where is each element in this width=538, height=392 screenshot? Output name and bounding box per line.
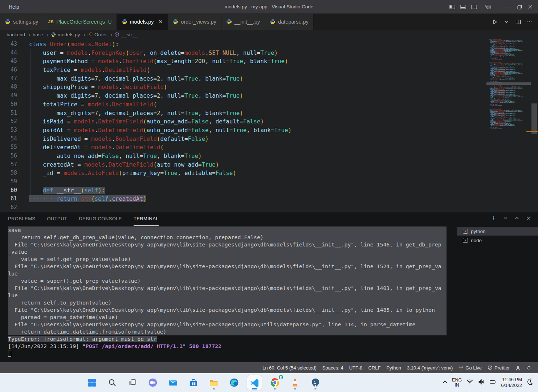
tray-hidden-icons-button[interactable] — [443, 379, 448, 386]
overview-ruler-marker — [526, 131, 538, 132]
status-cursor-position[interactable]: Ln 60, Col 5 (54 selected) — [260, 362, 319, 373]
breadcrumb-label: base — [33, 32, 43, 37]
code-line: 47 max_digits=7, decimal_places=2, null=… — [0, 74, 486, 83]
status-notifications-bell[interactable] — [523, 362, 534, 373]
tray-volume-button[interactable] — [478, 378, 485, 387]
terminal-list-item-node[interactable]: ›node — [457, 236, 538, 245]
breadcrumb-item-backend[interactable]: backend — [7, 32, 25, 37]
status-label: Python — [386, 365, 401, 371]
terminal-cursor — [8, 351, 11, 357]
tray-clock[interactable]: 11:46 PM6/14/2022 — [501, 377, 522, 388]
code-line: 43class Order(models.Model): — [0, 40, 486, 49]
tray-battery-button[interactable] — [489, 378, 497, 387]
status-language-mode[interactable]: Python — [383, 362, 404, 373]
more-icon: ··· — [527, 19, 533, 25]
terminal-icon: › — [463, 229, 468, 234]
tab--init-py[interactable]: __init__.py — [221, 14, 265, 30]
file-explorer-icon — [209, 378, 219, 387]
code-editor[interactable]: 43class Order(models.Model):44 user = mo… — [0, 39, 538, 212]
tab-label: order_views.py — [181, 19, 216, 25]
line-number: 54 — [0, 135, 17, 143]
status-label: Spaces: 4 — [322, 365, 343, 371]
mail-icon — [168, 378, 178, 387]
running-app-indicator — [314, 388, 317, 389]
code-line: 57 createdAt = models.DateTimeField(auto… — [0, 160, 486, 169]
line-number: 53 — [0, 126, 17, 135]
status-eol-sequence[interactable]: CRLF — [365, 362, 383, 373]
more-actions-button[interactable]: ··· — [525, 16, 534, 27]
taskbar-start[interactable] — [85, 375, 99, 390]
taskbar-mail[interactable] — [166, 375, 180, 390]
layout-sidebar-right-button[interactable] — [469, 0, 480, 14]
panel-tab-output[interactable]: OUTPUT — [47, 212, 67, 226]
breadcrumb-item-order[interactable]: Order — [87, 32, 107, 37]
tray-chevron-up-icon — [443, 379, 448, 384]
panel-tab-debug-console[interactable]: DEBUG CONSOLE — [79, 212, 122, 226]
terminal-line: File "C:\Users\kalya\OneDrive\Desktop\my… — [8, 306, 447, 314]
terminal-line: return datetime.datetime.fromisoformat(v… — [8, 328, 447, 335]
tab-label: dateparse.py — [278, 19, 309, 25]
line-number: 49 — [0, 91, 17, 100]
taskbar-edge[interactable] — [227, 375, 241, 390]
tray-focus-assist-moon-button[interactable] — [526, 378, 534, 387]
tray-language-indicator[interactable]: ENGIN — [452, 377, 462, 388]
tab-settings-py[interactable]: settings.py — [0, 14, 43, 30]
code-line: 45 paymentMethod = models.CharField(max_… — [0, 57, 486, 66]
taskbar-task-view[interactable] — [125, 375, 140, 390]
menu-help[interactable]: Help — [7, 0, 21, 14]
terminal-line: value = super().get_prep_value(value) — [8, 277, 447, 285]
restore-button[interactable] — [514, 0, 525, 14]
tab-models-py[interactable]: models.py✕ — [117, 14, 168, 30]
layout-panel-button[interactable] — [458, 0, 469, 14]
layout-sidebar-left-button[interactable] — [447, 0, 458, 14]
tab-close-icon[interactable]: ✕ — [159, 19, 163, 24]
panel-tab-bar: PROBLEMSOUTPUTDEBUG CONSOLETERMINAL — [8, 212, 170, 226]
terminal-list-item-python[interactable]: ›python — [457, 227, 538, 236]
status-prettier[interactable]: Prettier — [485, 362, 513, 373]
minimize-button[interactable] — [503, 0, 514, 14]
taskbar-store[interactable] — [186, 375, 201, 390]
status-feedback[interactable] — [513, 362, 523, 373]
status-label: Go Live — [465, 365, 482, 371]
terminal-list-sidebar: ›python›node — [457, 212, 538, 363]
terminal-output[interactable]: save return self.get_db_prep_value(value… — [0, 226, 457, 363]
code-line: 50 totalPrice = models.DecimalField( — [0, 100, 486, 109]
breadcrumb-item--str-[interactable]: __str__ — [114, 32, 138, 37]
panel-tab-terminal[interactable]: TERMINAL — [134, 212, 159, 226]
taskbar-vscode[interactable] — [247, 375, 262, 390]
tab-modified-badge: U — [108, 19, 111, 25]
terminal-line: File "C:\Users\kalya\OneDrive\Desktop\my… — [8, 321, 447, 328]
layout-customize-button[interactable] — [483, 0, 494, 14]
running-app-indicator — [213, 388, 215, 389]
minimap[interactable]: class Order(models.Model): user = models… — [489, 39, 529, 212]
window-close-button[interactable] — [525, 0, 536, 14]
js-icon: JS — [48, 19, 54, 25]
taskbar-chrome[interactable]: k — [268, 375, 282, 390]
terminal-line: return self.get_db_prep_value(value, con… — [8, 234, 447, 241]
taskbar-vlc[interactable] — [288, 375, 302, 390]
breadcrumb-item-models-py[interactable]: models.py — [51, 32, 80, 37]
tray-wifi-button[interactable] — [466, 378, 473, 387]
taskbar-chat[interactable] — [146, 375, 160, 390]
editor-scrollbar[interactable] — [531, 103, 537, 134]
status-indentation[interactable]: Spaces: 4 — [319, 362, 346, 373]
status-python-interpreter[interactable]: 3.10.4 ('myenv': venv) — [404, 362, 456, 373]
panel-tab-problems[interactable]: PROBLEMS — [8, 212, 35, 226]
run-button[interactable] — [490, 16, 500, 27]
taskbar-postgres[interactable] — [308, 375, 323, 390]
status-go-live[interactable]: Go Live — [456, 362, 485, 373]
taskbar-search[interactable] — [105, 375, 119, 390]
split-editor-button[interactable] — [513, 16, 523, 27]
tab-dateparse-py[interactable]: dateparse.py — [265, 14, 314, 30]
status-encoding[interactable]: UTF-8 — [346, 362, 366, 373]
volume-icon — [478, 378, 485, 385]
breadcrumb-item-base[interactable]: base — [33, 32, 43, 37]
tab-order-views-py[interactable]: order_views.py — [168, 14, 221, 30]
code-line: 52 isPaid = models.DateTimeField(auto_no… — [0, 117, 486, 126]
terminal-name: node — [471, 238, 482, 243]
vscode-window: Help models.py - my app - Visual Studio … — [0, 0, 538, 392]
taskbar-file-explorer[interactable] — [207, 375, 221, 390]
run-dropdown[interactable] — [502, 16, 511, 27]
tab-placeorderscreen-js[interactable]: JSPlaceOrderScreen.jsU — [43, 14, 117, 30]
code-line: 53 paidAt = models.DateTimeField(auto_no… — [0, 126, 486, 135]
